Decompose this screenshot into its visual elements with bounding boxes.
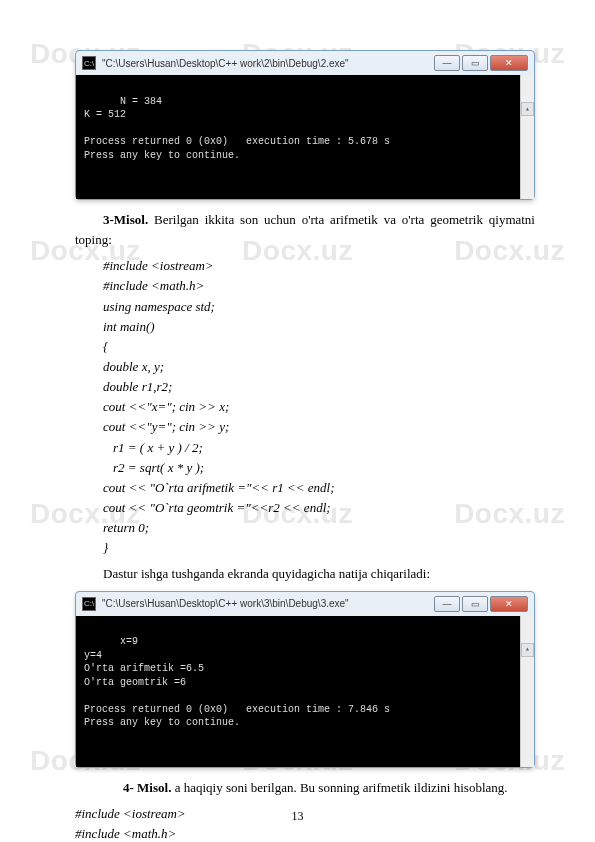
- console-title: "C:\Users\Husan\Desktop\C++ work\3\bin\D…: [102, 598, 349, 609]
- console-app-icon: C:\: [82, 56, 96, 70]
- minimize-button[interactable]: —: [434, 55, 460, 71]
- code-line: #include <iostream>: [75, 256, 535, 276]
- code-line: cout <<"y="; cin >> y;: [75, 417, 535, 437]
- code-line: {: [75, 337, 535, 357]
- problem-4-paragraph: 4- Misol. a haqiqiy soni berilgan. Bu so…: [75, 778, 535, 798]
- window-buttons: — ▭ ✕: [434, 596, 528, 612]
- scrollbar[interactable]: ▴: [520, 616, 534, 767]
- code-line: r2 = sqrt( x * y );: [75, 458, 535, 478]
- scroll-up-icon[interactable]: ▴: [521, 102, 534, 116]
- console-text: N = 384 K = 512 Process returned 0 (0x0)…: [84, 96, 390, 161]
- code-line: double r1,r2;: [75, 377, 535, 397]
- page-content: C:\ "C:\Users\Husan\Desktop\C++ work\2\b…: [0, 0, 595, 842]
- problem-3-label: 3-Misol.: [103, 212, 148, 227]
- console-output: N = 384 K = 512 Process returned 0 (0x0)…: [76, 75, 534, 199]
- code-line: #include <iostream>: [75, 804, 535, 824]
- code-line: cout << "O`rta arifmetik ="<< r1 << endl…: [75, 478, 535, 498]
- console-title: "C:\Users\Husan\Desktop\C++ work\2\bin\D…: [102, 58, 349, 69]
- console-titlebar: C:\ "C:\Users\Husan\Desktop\C++ work\3\b…: [76, 592, 534, 616]
- window-buttons: — ▭ ✕: [434, 55, 528, 71]
- console-output: x=9 y=4 O'rta arifmetik =6.5 O'rta geomt…: [76, 616, 534, 767]
- problem-3-paragraph: 3-Misol. Berilgan ikkita son uchun o'rta…: [75, 210, 535, 250]
- code-line: r1 = ( x + y ) / 2;: [75, 438, 535, 458]
- scroll-up-icon[interactable]: ▴: [521, 643, 534, 657]
- code-line: return 0;: [75, 518, 535, 538]
- console-titlebar: C:\ "C:\Users\Husan\Desktop\C++ work\2\b…: [76, 51, 534, 75]
- code-line: cout << "O`rta geomtrik ="<<r2 << endl;: [75, 498, 535, 518]
- code-line: cout <<"x="; cin >> x;: [75, 397, 535, 417]
- scrollbar[interactable]: ▴: [520, 75, 534, 199]
- code-line: #include <math.h>: [75, 276, 535, 296]
- code-line: double x, y;: [75, 357, 535, 377]
- console-text: x=9 y=4 O'rta arifmetik =6.5 O'rta geomt…: [84, 636, 390, 728]
- code-line: using namespace std;: [75, 297, 535, 317]
- console-window-1: C:\ "C:\Users\Husan\Desktop\C++ work\2\b…: [75, 50, 535, 200]
- result-intro-paragraph: Dastur ishga tushganda ekranda quyidagic…: [75, 564, 535, 584]
- maximize-button[interactable]: ▭: [462, 55, 488, 71]
- close-button[interactable]: ✕: [490, 55, 528, 71]
- minimize-button[interactable]: —: [434, 596, 460, 612]
- console-app-icon: C:\: [82, 597, 96, 611]
- code-line: #include <math.h>: [75, 824, 535, 842]
- code-line: int main(): [75, 317, 535, 337]
- console-window-2: C:\ "C:\Users\Husan\Desktop\C++ work\3\b…: [75, 591, 535, 768]
- close-button[interactable]: ✕: [490, 596, 528, 612]
- code-line: }: [75, 538, 535, 558]
- problem-4-text: a haqiqiy soni berilgan. Bu sonning arif…: [171, 780, 507, 795]
- maximize-button[interactable]: ▭: [462, 596, 488, 612]
- problem-4-label: 4- Misol.: [123, 780, 171, 795]
